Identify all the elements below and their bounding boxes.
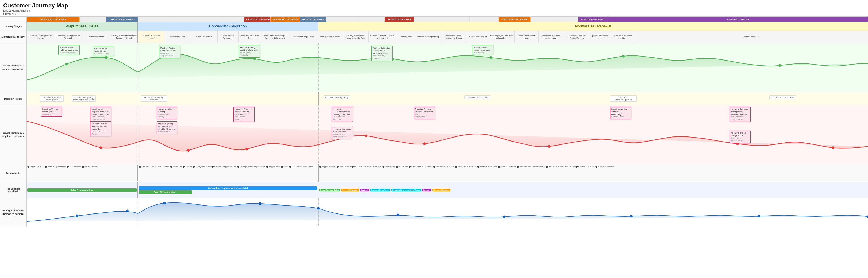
- svg-point-22: [75, 214, 78, 217]
- theme-empty-onb2: [170, 17, 196, 22]
- svg-point-27: [397, 214, 399, 216]
- theme-empty-norm1: [326, 17, 358, 22]
- svg-point-28: [503, 215, 505, 218]
- svg-point-8: [622, 55, 625, 58]
- svg-point-19: [832, 146, 834, 149]
- moment-handoff-grad: Handoff / Graduation Call / Next step ca…: [369, 31, 395, 43]
- moment-buyin-team: Get buy-in from team toward using HubSpo…: [342, 31, 369, 43]
- moment-rep-turnover: HubSpot Rep turnover: [318, 31, 342, 43]
- tp-formal-crm: ⚫ Formal CRM intro call/schedule: [546, 166, 575, 168]
- neg-note-6: Negative: Problem from onboarding carrie…: [234, 107, 255, 122]
- dp-2: Decision: comparing tools, trying free C…: [72, 95, 95, 102]
- tp-renewal-cta: ⚫ Renewal CTA email: [576, 166, 594, 168]
- tp-hi-checkin: ⚫ Hi check in: [396, 166, 408, 168]
- moment-strategy: Strategy calls: [395, 31, 416, 43]
- hs-success-rep-2: Success Representative / Team: [391, 189, 421, 191]
- dp-5: Decision: NPS renewal: [464, 95, 491, 99]
- neg-note-4: Negative: Help not to set upKevin Collin…: [156, 107, 177, 119]
- touchpoints-label: Touchpoints: [0, 164, 27, 182]
- hs-success-rep: Success Rep / Team: [370, 189, 390, 191]
- theme-poc-burden-1: CORE THEME: POC BURDEN: [27, 17, 80, 22]
- hubspotters-label: HubSpotters Involved: [0, 183, 27, 198]
- tp-month6-form: ⚫ Month 6 check in form: [455, 166, 476, 168]
- svg-point-25: [259, 202, 261, 205]
- svg-point-14: [245, 148, 248, 150]
- dp-4: Decision: New rep setup: [323, 95, 350, 99]
- page-container: Customer Journey Map Direct North Americ…: [0, 0, 868, 227]
- moment-new-employee: New employee / Nth user onboarding: [488, 31, 515, 43]
- moment-team-setup: Team setup / Resourcing: [218, 31, 239, 43]
- theme-handoff-team-1: HANDOFF / TEAM CHANGE: [106, 17, 138, 22]
- svg-point-7: [490, 56, 492, 59]
- tp-allday: ⚫ All day onb tutorial: [193, 166, 211, 168]
- hubspotters-content: Sales Representatives Onboarding / Imple…: [27, 183, 868, 198]
- tp-nps: ⚫ NPS survey: [382, 166, 395, 168]
- tp-ctx: ⚫ CTX/TU Automated email: [289, 166, 313, 168]
- hs-renewal-mgr-2: Renewal Manager: [432, 189, 450, 191]
- neg-note-5: Negative: getting the strategy; help fou…: [156, 121, 177, 134]
- pos-note-1: Positive: Found HubSpot easy to useJ. Wi…: [58, 45, 80, 55]
- decisions-label: Decision Points: [0, 92, 27, 105]
- moments-label: Moments in Journey: [0, 31, 27, 43]
- theme-handoff-team-2: HANDOFF / TEAM CHANGE: [300, 17, 326, 22]
- tp-new-rep: ⚫ New rep intro: [337, 166, 351, 168]
- moment-pain: Pain with Existing tools or process: [27, 31, 54, 43]
- dp-1: Decision: Pain with existing tools: [40, 95, 64, 102]
- theme-rep-turnover-2: HANDOFF: REP TURNOVER: [385, 17, 414, 22]
- dp-6: Decision: Renewal/upgrade: [610, 95, 637, 102]
- pos-note-3: Positive: Feeling supported to helpMark …: [159, 46, 180, 58]
- tp-trigger: ⚫ Trigger follow-up: [27, 166, 44, 168]
- neg-note-8: Negative: Wondering if we need oneTiffan…: [332, 127, 353, 139]
- positive-content: Positive: Found HubSpot easy to useJ. Wi…: [27, 43, 868, 92]
- moment-sales-handoff: Sales to Onboarding Handoff: [138, 31, 164, 43]
- moment-upgrade: Upgrade / Renewal call: [589, 31, 610, 43]
- svg-point-31: [867, 215, 868, 218]
- journey-stages-label: Journey Stages: [0, 22, 27, 31]
- moment-compare: Comparing multiple tools / Research: [54, 31, 82, 43]
- positive-label: Factors leading to a positive experience: [0, 43, 27, 92]
- tp-escalation: ⚫ Escalation support handoff: [211, 166, 236, 168]
- neg-note-12: Negative: pricing change shockAndy Burns…: [730, 131, 751, 143]
- moment-calls-onb: Calls with Onboarding Rep: [239, 31, 260, 43]
- neg-note-3: Negative: Building purchased during onbo…: [90, 121, 112, 137]
- neg-note-1: Negative: Tool not meeting needsMultiple…: [41, 107, 62, 116]
- theme-empty-norm7: [557, 17, 578, 22]
- theme-poc-burden-3: CORE THEME: POC BURDEN: [499, 17, 531, 22]
- moment-minimal: Minimal tool usage / Learning new featur…: [440, 31, 467, 43]
- stage-normal: Normal Use / Renewal: [318, 22, 868, 31]
- tp-onb-exp: ⚫ Onboarding expectation run-lead: [351, 166, 381, 168]
- tp-disengage: ⚫ Disengagement sequence/Call: [237, 166, 265, 168]
- moment-buyin: Get buy-in from stakeholders / Advocate …: [110, 31, 137, 43]
- theme-empty-pre: [80, 17, 106, 22]
- theme-rep-turnover-1: HANDOFF: REP TURNOVER: [244, 17, 271, 22]
- tp-new-contact: ⚫ New contact POC call: [433, 166, 454, 168]
- tp-csi-email: ⚫ Move to CSI email: [498, 166, 516, 168]
- touchpoints-content: ⚫ Trigger follow-up ⚫ Sales Script/Playb…: [27, 164, 868, 182]
- theme-empty-norm6: [531, 17, 557, 22]
- svg-point-26: [317, 207, 320, 210]
- tp-support: ⚫ Support Help: [266, 166, 280, 168]
- moment-high-low: High touch to low touch transition: [610, 31, 634, 43]
- neg-note-7: Negative: Unexpected feeling of being in…: [332, 107, 353, 122]
- svg-point-29: [630, 215, 633, 218]
- volume-content: [27, 198, 868, 227]
- tp-disengage-2: ⚫ Disengagement playbook: [408, 166, 432, 168]
- hs-support-2: Support: [422, 189, 431, 191]
- theme-empty-norm5: [469, 17, 499, 22]
- tp-nps-routine: ⚫ NPS routine current left behind: [517, 166, 545, 168]
- moment-onb-prep: Onboarding Prep: [164, 31, 191, 43]
- hs-support-1: Support: [360, 189, 369, 191]
- pos-note-2: Positive: Great support teamA. Roberts, …: [93, 46, 114, 56]
- theme-confusion-1: CONFUSION ON PRICING: [578, 17, 608, 22]
- tp-support-req: ⚫ Support Request: [319, 166, 336, 168]
- svg-point-9: [779, 64, 781, 67]
- neg-note-10: Negative: wanting additional onboardingM…: [610, 107, 631, 119]
- svg-point-2: [65, 63, 68, 65]
- hs-renewal-mgr-1: Renewal Manager: [341, 189, 359, 191]
- dp-7: Decision: Do we renew?: [769, 95, 796, 99]
- tp-renewal-price: ⚫ Renewal price check: [477, 166, 497, 168]
- svg-point-12: [99, 146, 102, 149]
- volume-label: Touchpoint Volume (person to person): [0, 198, 27, 227]
- moment-auto-handoff: Automated handoff: [191, 31, 218, 43]
- theme-empty-norm3: [414, 17, 440, 22]
